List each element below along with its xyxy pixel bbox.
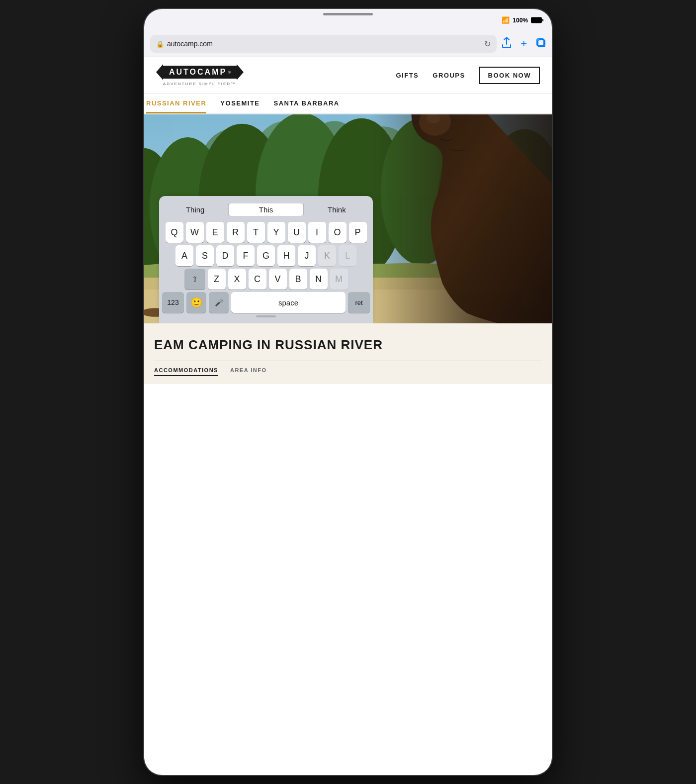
key-w[interactable]: W [186,222,204,243]
predict-word-1[interactable]: Thing [162,203,228,216]
key-g[interactable]: G [257,245,275,266]
bottom-section: EAM CAMPING IN RUSSIAN RIVER ACCOMMODATI… [144,323,552,384]
logo-text-box: AUTOCAMP ® [163,66,237,79]
key-d[interactable]: D [216,245,234,266]
website-content: AUTOCAMP ® ADVENTURE SIMPLIFIED™ GIFTS G… [144,57,552,775]
browser-chrome: 🔒 autocamp.com ↻ + [144,31,552,57]
battery-percent: 100% [513,16,528,23]
heading-text: EAM CAMPING IN RUSSIAN RIVER [154,337,383,352]
microphone-key[interactable]: 🎤 [209,292,229,313]
key-a[interactable]: A [175,245,193,266]
key-s[interactable]: S [196,245,214,266]
wifi-icon: 📶 [502,16,510,24]
key-v[interactable]: V [269,269,287,290]
browser-actions: + [502,37,546,51]
key-o[interactable]: O [329,222,347,243]
status-pill [323,13,373,15]
key-z[interactable]: Z [208,269,226,290]
forest-background: Thing This Think Q W E R T Y U [144,114,552,323]
hero-area: Thing This Think Q W E R T Y U [144,114,552,323]
shift-key[interactable]: ⇧ [184,269,205,290]
return-key[interactable]: ret [348,292,370,313]
key-m[interactable]: M [330,269,348,290]
tab-santa-barbara[interactable]: SANTA BARBARA [274,99,340,113]
nav-groups[interactable]: GROUPS [433,72,465,79]
key-u[interactable]: U [288,222,306,243]
key-f[interactable]: F [237,245,255,266]
logo-area: AUTOCAMP ® ADVENTURE SIMPLIFIED™ [156,64,244,86]
numbers-key[interactable]: 123 [162,292,184,313]
bottom-tabs: ACCOMMODATIONS AREA INFO [154,361,542,376]
logo-badge: AUTOCAMP ® [156,64,244,80]
battery-icon [531,17,542,23]
add-tab-button[interactable]: + [521,37,527,50]
predictive-bar: Thing This Think [162,200,370,219]
status-bar-right: 📶 100% [502,16,542,24]
book-now-button[interactable]: BOOK NOW [479,67,540,84]
key-x[interactable]: X [228,269,246,290]
key-e[interactable]: E [206,222,224,243]
share-button[interactable] [502,37,512,51]
logo-dot: ® [228,70,231,75]
location-tabs: RUSSIAN RIVER YOSEMITE SANTA BARBARA [144,94,552,114]
tab-area-info[interactable]: AREA INFO [230,367,267,376]
emoji-key[interactable]: 🙂 [186,292,206,313]
tabs-button[interactable] [536,38,546,50]
main-heading: EAM CAMPING IN RUSSIAN RIVER [154,337,542,353]
logo-tagline: ADVENTURE SIMPLIFIED™ [156,82,236,86]
key-i[interactable]: I [308,222,326,243]
keyboard-row-1: Q W E R T Y U I O P [162,222,370,243]
space-key[interactable]: space [231,292,346,313]
key-p[interactable]: P [349,222,367,243]
lock-icon: 🔒 [156,40,164,48]
nav-links: GIFTS GROUPS BOOK NOW [396,67,540,84]
hand-container [393,114,552,323]
key-l[interactable]: L [339,245,356,266]
keyboard-row-3: ⇧ Z X C V B N M [162,269,370,290]
site-nav: AUTOCAMP ® ADVENTURE SIMPLIFIED™ GIFTS G… [144,57,552,94]
keyboard-row-bottom: 123 🙂 🎤 space ret [162,292,370,313]
ipad-frame: 📶 100% 🔒 autocamp.com ↻ + [144,9,552,775]
key-r[interactable]: R [227,222,245,243]
key-n[interactable]: N [310,269,328,290]
key-k[interactable]: K [318,245,336,266]
key-y[interactable]: Y [267,222,285,243]
tab-accommodations[interactable]: ACCOMMODATIONS [154,367,218,376]
nav-gifts[interactable]: GIFTS [396,72,419,79]
keyboard-row-2: A S D F G H J K L [162,245,370,266]
address-text: autocamp.com [167,40,213,48]
key-t[interactable]: T [247,222,265,243]
key-c[interactable]: C [249,269,266,290]
key-j[interactable]: J [298,245,316,266]
logo-arrow-left [156,64,163,80]
keyboard[interactable]: Thing This Think Q W E R T Y U [159,196,373,323]
keyboard-handle [256,315,276,317]
address-bar[interactable]: 🔒 autocamp.com ↻ [150,35,497,53]
status-bar: 📶 100% [144,9,552,31]
reload-icon[interactable]: ↻ [484,39,491,49]
tab-yosemite[interactable]: YOSEMITE [220,99,260,113]
logo-text: AUTOCAMP [169,68,227,77]
predict-word-3[interactable]: Think [304,203,370,216]
logo-arrow-right [237,64,244,80]
key-q[interactable]: Q [166,222,183,243]
key-h[interactable]: H [277,245,295,266]
predict-word-2[interactable]: This [229,203,303,216]
tab-russian-river[interactable]: RUSSIAN RIVER [146,99,206,113]
key-b[interactable]: B [289,269,307,290]
